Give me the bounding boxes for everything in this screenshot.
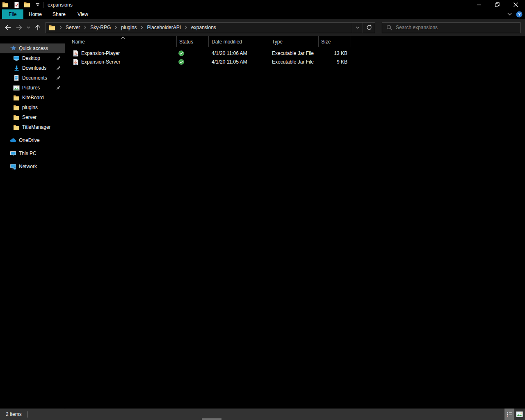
file-row-expansion-server[interactable]: Expansion-Server 4/1/20 11:05 AM Executa… — [65, 57, 525, 66]
sync-status-synced-icon — [178, 50, 184, 56]
file-type: Executable Jar File — [268, 59, 319, 65]
folder-icon — [13, 105, 20, 110]
this-pc-icon — [10, 151, 16, 157]
address-dropdown-chevron-icon[interactable] — [352, 23, 363, 33]
breadcrumb-segment[interactable]: Sky-RPG — [88, 25, 113, 30]
forward-arrow-icon[interactable] — [14, 22, 25, 33]
tab-home[interactable]: Home — [23, 9, 47, 19]
ribbon-tabs: File Home Share View ? — [0, 9, 525, 19]
collapse-ribbon-chevron-icon[interactable] — [507, 13, 512, 16]
sidebar-item-label: Downloads — [22, 65, 46, 71]
column-header-size[interactable]: Size — [319, 36, 351, 47]
pictures-icon — [13, 85, 20, 91]
pin-icon — [55, 65, 61, 71]
sidebar-item-label: OneDrive — [19, 137, 40, 143]
sidebar-item-quick-access[interactable]: Quick access — [0, 43, 65, 53]
main-content: Quick access Desktop Downloads Doc — [0, 36, 525, 409]
onedrive-cloud-icon — [10, 138, 16, 143]
sidebar-item-titlemanager[interactable]: TitleManager — [0, 122, 65, 132]
folder-icon — [13, 95, 20, 100]
sidebar-item-label: plugins — [22, 105, 38, 110]
breadcrumb-segment[interactable]: Server — [64, 25, 82, 30]
sidebar-item-documents[interactable]: Documents — [0, 73, 65, 83]
sidebar-item-desktop[interactable]: Desktop — [0, 53, 65, 63]
sync-status-synced-icon — [178, 59, 184, 65]
breadcrumb-segment[interactable]: PlaceholderAPI — [145, 25, 183, 30]
toolbar-separator — [43, 2, 43, 8]
sidebar-item-label: Network — [19, 164, 37, 169]
navigation-pane: Quick access Desktop Downloads Doc — [0, 36, 65, 409]
svg-text:?: ? — [518, 12, 521, 17]
statusbar-separator — [27, 411, 28, 418]
sidebar-item-label: Desktop — [22, 55, 40, 61]
address-bar[interactable]: Server Sky-RPG plugins PlaceholderAPI ex… — [46, 22, 375, 33]
quick-access-toolbar — [0, 0, 43, 9]
quick-access-star-icon — [10, 45, 16, 52]
help-icon[interactable]: ? — [516, 11, 523, 18]
status-bar: 2 items — [0, 409, 525, 420]
breadcrumb-chevron-icon[interactable] — [57, 25, 64, 30]
tab-view[interactable]: View — [71, 9, 95, 19]
minimize-button[interactable] — [470, 0, 488, 9]
window-controls — [470, 0, 525, 9]
up-arrow-icon[interactable] — [32, 22, 43, 33]
sidebar-item-pictures[interactable]: Pictures — [0, 83, 65, 93]
search-input[interactable] — [396, 25, 520, 30]
sidebar-item-label: Server — [22, 114, 37, 120]
details-view-button[interactable] — [504, 409, 514, 420]
view-toggles — [504, 409, 524, 420]
sidebar-item-kiteboard[interactable]: KiteBoard — [0, 93, 65, 103]
breadcrumb-segment-current[interactable]: expansions — [189, 25, 218, 30]
titlebar: expansions — [0, 0, 525, 9]
file-date-modified: 4/1/20 11:05 AM — [209, 59, 268, 65]
folder-icon — [13, 115, 20, 120]
column-header-name[interactable]: Name — [65, 36, 177, 47]
file-date-modified: 4/1/20 11:06 AM — [209, 50, 268, 56]
sidebar-item-label: Quick access — [19, 46, 48, 51]
tab-file[interactable]: File — [2, 9, 23, 19]
pin-icon — [55, 85, 61, 90]
sidebar-item-label: Pictures — [22, 85, 40, 91]
app-folder-icon[interactable] — [0, 0, 11, 9]
customize-toolbar-chevron-icon[interactable] — [32, 0, 43, 9]
recent-locations-chevron-icon[interactable] — [25, 22, 32, 33]
breadcrumb-segment[interactable]: plugins — [119, 25, 139, 30]
breadcrumb-chevron-icon[interactable] — [183, 25, 189, 30]
tab-share[interactable]: Share — [47, 9, 71, 19]
large-icons-view-button[interactable] — [514, 409, 524, 420]
sidebar-item-label: Documents — [22, 75, 47, 81]
refresh-icon[interactable] — [363, 23, 375, 33]
breadcrumb-chevron-icon[interactable] — [139, 25, 145, 30]
breadcrumb-chevron-icon[interactable] — [82, 25, 88, 30]
sidebar-item-server[interactable]: Server — [0, 112, 65, 122]
back-arrow-icon[interactable] — [2, 22, 14, 33]
search-icon — [386, 25, 392, 30]
items-count: 2 items — [6, 411, 22, 417]
column-header-date-modified[interactable]: Date modified — [209, 36, 268, 47]
breadcrumb-chevron-icon[interactable] — [113, 25, 119, 30]
file-name: Expansion-Player — [81, 50, 120, 56]
restore-button[interactable] — [488, 0, 507, 9]
search-box[interactable] — [382, 22, 520, 33]
pin-icon — [55, 55, 61, 61]
sidebar-item-plugins[interactable]: plugins — [0, 103, 65, 112]
new-folder-button[interactable] — [22, 0, 32, 9]
java-jar-icon — [73, 50, 79, 57]
file-row-expansion-player[interactable]: Expansion-Player 4/1/20 11:06 AM Executa… — [65, 49, 525, 57]
sidebar-item-this-pc[interactable]: This PC — [0, 148, 65, 158]
horizontal-scrollbar-thumb[interactable] — [202, 418, 221, 420]
file-size: 13 KB — [319, 50, 351, 56]
file-size: 9 KB — [319, 59, 351, 65]
sidebar-item-label: TitleManager — [22, 124, 51, 130]
file-type: Executable Jar File — [268, 50, 319, 56]
sidebar-item-downloads[interactable]: Downloads — [0, 63, 65, 73]
sort-ascending-caret-icon — [121, 37, 125, 39]
address-folder-icon[interactable] — [46, 25, 57, 30]
properties-button[interactable] — [11, 0, 22, 9]
close-button[interactable] — [507, 0, 525, 9]
sidebar-item-network[interactable]: Network — [0, 162, 65, 171]
column-header-status[interactable]: Status — [177, 36, 209, 47]
sidebar-item-onedrive[interactable]: OneDrive — [0, 135, 65, 145]
file-name: Expansion-Server — [81, 59, 120, 65]
column-header-type[interactable]: Type — [268, 36, 319, 47]
